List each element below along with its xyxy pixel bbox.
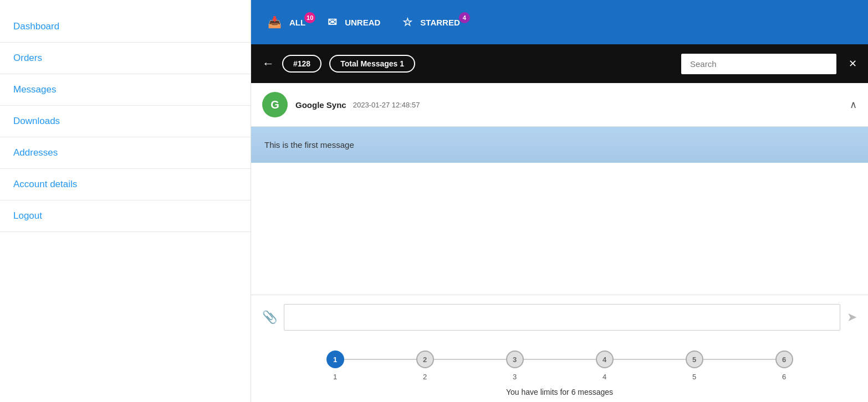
page-dot-1[interactable]: 1 xyxy=(326,351,344,368)
sidebar-item-logout[interactable]: Logout xyxy=(0,200,251,232)
tab-all[interactable]: 📥ALL10 xyxy=(268,10,305,34)
message-timestamp: 2023-01-27 12:48:57 xyxy=(353,101,420,109)
tab-label-all: ALL xyxy=(289,18,305,27)
sidebar-item-orders[interactable]: Orders xyxy=(0,43,251,74)
sidebar-item-messages[interactable]: Messages xyxy=(0,74,251,106)
sidebar-link-messages[interactable]: Messages xyxy=(13,84,56,95)
total-messages-pill: Total Messages 1 xyxy=(329,55,415,73)
thread-id-pill: #128 xyxy=(282,55,321,73)
pagination-dots: 123456 xyxy=(326,351,793,368)
page-dot-3[interactable]: 3 xyxy=(506,351,524,368)
page-line-5 xyxy=(703,359,775,360)
sidebar-link-account-details[interactable]: Account details xyxy=(13,179,77,189)
page-label-num-3: 3 xyxy=(506,373,524,381)
star-icon: ☆ xyxy=(402,16,412,29)
message-entry: G Google Sync 2023-01-27 12:48:57 ∧ xyxy=(251,83,868,127)
back-button[interactable]: ← xyxy=(262,56,274,71)
sidebar-item-addresses[interactable]: Addresses xyxy=(0,137,251,169)
message-meta: Google Sync 2023-01-27 12:48:57 xyxy=(295,100,420,110)
page-label-num-4: 4 xyxy=(596,373,614,381)
search-input[interactable] xyxy=(681,54,836,74)
message-header: ← #128 Total Messages 1 ✕ xyxy=(251,44,868,83)
message-thread: G Google Sync 2023-01-27 12:48:57 ∧ This… xyxy=(251,83,868,295)
page-label-num-5: 5 xyxy=(686,373,703,381)
email-icon: ✉ xyxy=(328,16,337,29)
page-dot-5[interactable]: 5 xyxy=(686,351,703,368)
page-label-num-6: 6 xyxy=(775,373,793,381)
sidebar: DashboardOrdersMessagesDownloadsAddresse… xyxy=(0,0,251,402)
expand-button[interactable]: ✕ xyxy=(849,58,857,70)
page-dot-6[interactable]: 6 xyxy=(775,351,793,368)
collapse-button[interactable]: ∧ xyxy=(850,99,857,111)
send-button[interactable]: ➤ xyxy=(847,310,857,324)
sidebar-link-logout[interactable]: Logout xyxy=(13,210,42,221)
tab-label-starred: STARRED xyxy=(420,18,459,27)
tab-label-unread: UNREAD xyxy=(345,18,380,27)
page-line-4 xyxy=(614,359,686,360)
sidebar-item-dashboard[interactable]: Dashboard xyxy=(0,11,251,43)
page-labels: 123456 xyxy=(326,373,793,381)
sender-name: Google Sync xyxy=(295,100,346,110)
pagination-area: 123456 123456 You have limits for 6 mess… xyxy=(251,339,868,402)
sidebar-link-downloads[interactable]: Downloads xyxy=(13,116,60,126)
sidebar-item-account-details[interactable]: Account details xyxy=(0,169,251,200)
sidebar-link-dashboard[interactable]: Dashboard xyxy=(13,21,59,32)
message-body: This is the first message xyxy=(251,127,868,163)
page-line-1 xyxy=(344,359,416,360)
page-dot-2[interactable]: 2 xyxy=(416,351,434,368)
reply-input[interactable] xyxy=(284,304,840,331)
main-content: 📥ALL10✉UNREAD☆STARRED4 ← #128 Total Mess… xyxy=(251,0,868,402)
page-dot-4[interactable]: 4 xyxy=(596,351,614,368)
tab-badge-all: 10 xyxy=(304,12,315,23)
sidebar-item-downloads[interactable]: Downloads xyxy=(0,106,251,137)
page-line-2 xyxy=(434,359,506,360)
tab-badge-starred: 4 xyxy=(459,12,470,23)
page-label-num-2: 2 xyxy=(416,373,434,381)
sidebar-link-addresses[interactable]: Addresses xyxy=(13,147,58,158)
sidebar-link-orders[interactable]: Orders xyxy=(13,53,42,63)
tab-bar: 📥ALL10✉UNREAD☆STARRED4 xyxy=(251,0,868,44)
page-line-3 xyxy=(524,359,596,360)
inbox-icon: 📥 xyxy=(268,16,282,29)
tab-starred[interactable]: ☆STARRED4 xyxy=(402,10,459,34)
reply-area: 📎 ➤ xyxy=(251,295,868,339)
page-label-num-1: 1 xyxy=(326,373,344,381)
pagination-note: You have limits for 6 messages xyxy=(506,388,613,396)
tab-unread[interactable]: ✉UNREAD xyxy=(328,10,380,34)
attach-button[interactable]: 📎 xyxy=(262,310,277,324)
avatar: G xyxy=(262,92,288,117)
